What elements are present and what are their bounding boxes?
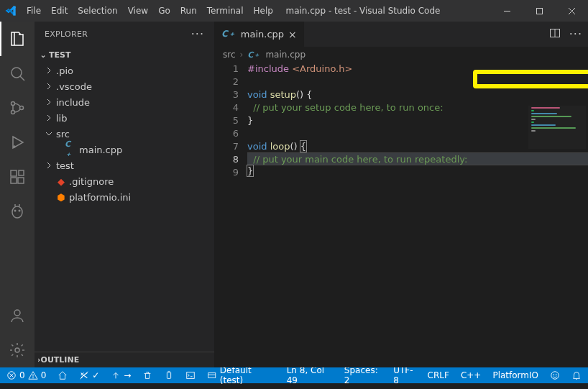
- breadcrumb[interactable]: src › C﹢ main.cpp: [214, 47, 588, 63]
- tree-item-label: lib: [55, 113, 67, 124]
- file-main.cpp[interactable]: C﹢main.cpp: [35, 142, 214, 157]
- language-mode[interactable]: C++: [459, 370, 484, 380]
- folder-include[interactable]: include: [35, 94, 214, 110]
- menu-file[interactable]: File: [22, 0, 46, 22]
- svg-rect-14: [19, 170, 24, 175]
- chevron-down-icon: ⌄: [37, 50, 49, 60]
- pio-home-icon[interactable]: [55, 367, 70, 383]
- folder-.vscode[interactable]: .vscode: [35, 78, 214, 94]
- svg-rect-33: [208, 373, 216, 378]
- svg-point-35: [551, 372, 559, 380]
- platformio-status[interactable]: PlatformIO: [490, 370, 541, 380]
- split-editor-icon[interactable]: [549, 27, 561, 42]
- feedback-icon[interactable]: [548, 370, 562, 380]
- folder-.pio[interactable]: .pio: [35, 63, 214, 78]
- minimize-button[interactable]: [491, 0, 523, 22]
- file-tree: ⌄ TEST .pio.vscodeincludelibsrcC﹢main.cp…: [35, 47, 214, 352]
- editor-tabs: C﹢ main.cpp × ···: [214, 22, 588, 47]
- svg-point-21: [15, 348, 19, 352]
- problems-status[interactable]: 0 0: [4, 367, 48, 383]
- svg-point-5: [12, 68, 22, 78]
- extensions-view-icon[interactable]: [0, 160, 35, 194]
- menu-selection[interactable]: Selection: [73, 0, 122, 22]
- breadcrumb-folder: src: [223, 50, 236, 60]
- svg-rect-29: [167, 372, 171, 379]
- menu-view[interactable]: View: [123, 0, 153, 22]
- chevron-right-icon: [43, 82, 55, 91]
- tab-label: main.cpp: [241, 29, 284, 40]
- svg-rect-12: [11, 178, 17, 183]
- cpp-file-icon: C﹢: [65, 139, 78, 160]
- chevron-right-icon: [43, 161, 55, 170]
- menu-edit[interactable]: Edit: [46, 0, 73, 22]
- minimap[interactable]: [528, 106, 586, 149]
- title-bar: FileEditSelectionViewGoRunTerminalHelp m…: [0, 0, 588, 22]
- folder-test[interactable]: test: [35, 157, 214, 173]
- tab-main-cpp[interactable]: C﹢ main.cpp ×: [214, 22, 305, 47]
- tree-item-label: test: [55, 160, 74, 171]
- editor-area: C﹢ main.cpp × ··· src › C﹢ main.cpp 1234…: [214, 22, 588, 367]
- line-gutter: 123456789: [214, 63, 247, 367]
- search-view-icon[interactable]: [0, 56, 35, 91]
- svg-rect-2: [537, 8, 543, 14]
- activity-bar: [0, 22, 35, 367]
- source-control-view-icon[interactable]: [0, 91, 35, 125]
- explorer-view-icon[interactable]: [0, 22, 35, 56]
- platformio-view-icon[interactable]: [0, 194, 35, 229]
- pio-build-icon[interactable]: ✓: [77, 367, 101, 383]
- explorer-more-icon[interactable]: ···: [191, 27, 204, 41]
- settings-gear-icon[interactable]: [0, 333, 35, 367]
- workspace-root[interactable]: ⌄ TEST: [35, 47, 214, 63]
- indent-status[interactable]: Spaces: 2: [342, 365, 384, 385]
- pio-clean-icon[interactable]: [140, 367, 155, 383]
- run-debug-view-icon[interactable]: [0, 125, 35, 160]
- menu-bar: FileEditSelectionViewGoRunTerminalHelp: [22, 0, 278, 22]
- tree-item-label: .pio: [55, 65, 73, 76]
- tree-item-label: include: [55, 97, 90, 108]
- menu-run[interactable]: Run: [175, 0, 202, 22]
- encoding-status[interactable]: UTF-8: [391, 365, 418, 385]
- pio-terminal-icon[interactable]: [183, 367, 198, 383]
- breadcrumb-file: main.cpp: [265, 50, 306, 60]
- tree-item-label: .gitignore: [68, 176, 114, 187]
- pio-env[interactable]: Default (test): [205, 367, 277, 383]
- outline-section[interactable]: › OUTLINE: [35, 352, 214, 367]
- svg-rect-13: [18, 178, 24, 183]
- git-file-icon: ◆: [55, 176, 68, 187]
- tab-close-icon[interactable]: ×: [288, 29, 297, 40]
- svg-point-37: [556, 375, 556, 375]
- menu-go[interactable]: Go: [153, 0, 175, 22]
- code-editor[interactable]: 123456789 #include <Arduino.h>void setup…: [214, 63, 588, 367]
- menu-terminal[interactable]: Terminal: [202, 0, 249, 22]
- notifications-icon[interactable]: [569, 370, 584, 380]
- svg-point-36: [553, 375, 554, 375]
- menu-help[interactable]: Help: [249, 0, 278, 22]
- svg-rect-32: [187, 372, 195, 379]
- accounts-icon[interactable]: [0, 298, 35, 333]
- pio-upload-icon[interactable]: →: [109, 367, 133, 383]
- explorer-sidebar: EXPLORER ··· ⌄ TEST .pio.vscodeincludeli…: [35, 22, 214, 367]
- file-.gitignore[interactable]: ◆.gitignore: [35, 173, 214, 189]
- window-controls: [491, 0, 588, 22]
- maximize-button[interactable]: [523, 0, 556, 22]
- folder-src[interactable]: src: [35, 126, 214, 142]
- outline-label: OUTLINE: [41, 355, 80, 365]
- chevron-right-icon: [43, 114, 55, 122]
- file-platformio.ini[interactable]: ⬢platformio.ini: [35, 189, 214, 205]
- editor-more-icon[interactable]: ···: [569, 27, 582, 41]
- cursor-position[interactable]: Ln 8, Col 49: [285, 365, 335, 385]
- svg-point-7: [12, 102, 15, 106]
- svg-point-15: [12, 206, 22, 218]
- svg-point-28: [32, 377, 33, 378]
- tree-item-label: .vscode: [55, 81, 92, 92]
- eol-status[interactable]: CRLF: [426, 370, 451, 380]
- svg-point-9: [20, 106, 24, 110]
- pio-serial-icon[interactable]: [162, 367, 176, 383]
- window-title: main.cpp - test - Visual Studio Code: [278, 6, 491, 16]
- svg-line-6: [20, 76, 24, 81]
- folder-lib[interactable]: lib: [35, 110, 214, 126]
- workspace-root-label: TEST: [49, 50, 70, 60]
- svg-point-16: [14, 210, 17, 212]
- explorer-title: EXPLORER: [45, 29, 88, 39]
- close-button[interactable]: [556, 0, 588, 22]
